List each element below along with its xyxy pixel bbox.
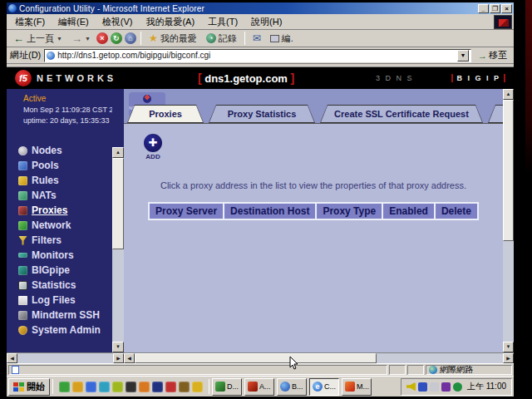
go-button[interactable]: → 移至 xyxy=(475,48,510,62)
sidebar-item-nodes[interactable]: Nodes xyxy=(12,143,112,158)
sidebar-scrollbar[interactable]: ▲ ▼ xyxy=(112,89,124,352)
menu-help[interactable]: 說明(H) xyxy=(245,14,288,30)
taskbar-window-button[interactable]: B... xyxy=(277,378,307,396)
col-destination-host[interactable]: Destination Host xyxy=(224,203,316,219)
tray-icon[interactable] xyxy=(418,382,427,392)
edit-button[interactable]: 編. xyxy=(267,32,297,46)
sidebar-item-statistics[interactable]: Statistics xyxy=(12,278,112,293)
sidebar-item-system-admin[interactable]: System Admin xyxy=(12,323,112,337)
sidebar-item-network[interactable]: Network xyxy=(12,218,112,233)
app-icon xyxy=(215,382,225,392)
ime-icon[interactable] xyxy=(441,382,451,392)
quick-launch-icon[interactable] xyxy=(72,382,83,392)
sidebar-item-monitors[interactable]: Monitors xyxy=(12,248,112,263)
forward-dropdown-icon[interactable]: ▼ xyxy=(85,36,91,42)
tab-install-ssl-certificate[interactable]: Install SSL Certifi xyxy=(488,105,503,123)
sidebar-item-rules[interactable]: Rules xyxy=(12,173,112,188)
forward-button[interactable]: → ▼ xyxy=(68,32,94,46)
refresh-icon[interactable]: ↻ xyxy=(111,32,122,44)
scroll-thumb[interactable] xyxy=(135,353,377,363)
stop-icon[interactable]: × xyxy=(96,32,108,44)
sidebar-item-mindterm-ssh[interactable]: Mindterm SSH xyxy=(12,308,112,323)
col-delete[interactable]: Delete xyxy=(435,203,478,219)
start-button[interactable]: 開始 xyxy=(8,378,50,396)
menu-view[interactable]: 檢視(V) xyxy=(96,14,139,30)
history-button[interactable]: ◔ 記錄 xyxy=(203,32,240,46)
tray-icon[interactable] xyxy=(453,382,462,392)
quick-launch-icon[interactable] xyxy=(152,382,163,392)
address-dropdown-icon[interactable]: ▼ xyxy=(457,50,469,62)
add-icon: ✚ xyxy=(144,134,162,152)
tab-band: NETWORK MAP Proxies Proxy Statistics Cre… xyxy=(124,89,503,124)
sidebar-item-bigpipe[interactable]: BIGpipe xyxy=(12,263,112,278)
close-button[interactable]: × xyxy=(501,4,512,13)
menu-bar: 檔案(F) 編輯(E) 檢視(V) 我的最愛(A) 工具(T) 說明(H) xyxy=(7,14,514,30)
video-artifact xyxy=(525,0,532,175)
zone-label: 網際網路 xyxy=(440,364,473,376)
menu-edit[interactable]: 編輯(E) xyxy=(52,14,95,30)
back-dropdown-icon[interactable]: ▼ xyxy=(57,36,62,42)
col-proxy-server[interactable]: Proxy Server xyxy=(149,203,224,219)
taskbar-window-button[interactable]: D... xyxy=(212,378,242,396)
sidebar-hscrollbar[interactable]: ◀ ▶ xyxy=(7,352,124,363)
quick-launch-icon[interactable] xyxy=(192,382,203,392)
taskbar-clock[interactable]: 上午 11:00 xyxy=(467,381,506,392)
back-button[interactable]: ← 上一頁 ▼ xyxy=(10,32,66,46)
add-proxy-button[interactable]: ✚ ADD xyxy=(144,134,162,160)
history-clock-icon: ◔ xyxy=(206,33,216,43)
scroll-down-icon[interactable]: ▼ xyxy=(112,342,124,352)
browser-toolbar: ← 上一頁 ▼ → ▼ × ↻ ⌂ ★ 我的最愛 ◔ 記錄 ✉ 編. xyxy=(7,30,514,47)
sidebar-item-log-files[interactable]: Log Files xyxy=(12,293,112,308)
main-content: NETWORK MAP Proxies Proxy Statistics Cre… xyxy=(124,89,503,352)
status-message-pane xyxy=(8,365,387,375)
menu-tools[interactable]: 工具(T) xyxy=(202,14,244,30)
favorites-button[interactable]: ★ 我的最愛 xyxy=(145,32,200,46)
taskbar-window-button-active[interactable]: eC... xyxy=(309,378,339,396)
scroll-thumb[interactable] xyxy=(503,100,514,241)
mail-button[interactable]: ✉ xyxy=(249,32,264,45)
tab-proxy-statistics[interactable]: Proxy Statistics xyxy=(209,105,315,123)
quick-launch-icon[interactable] xyxy=(112,382,123,392)
scroll-thumb[interactable] xyxy=(112,158,124,249)
ie-app-icon: e xyxy=(313,382,323,392)
home-icon[interactable]: ⌂ xyxy=(125,32,136,44)
quick-launch-icon[interactable] xyxy=(165,382,176,392)
sidebar-item-filters[interactable]: Filters xyxy=(12,233,112,248)
scroll-right-icon[interactable]: ▶ xyxy=(113,353,124,363)
menu-favorites[interactable]: 我的最愛(A) xyxy=(140,14,200,30)
quick-launch-icon[interactable] xyxy=(179,382,190,392)
maximize-button[interactable]: ❐ xyxy=(490,4,500,13)
content-scrollbar[interactable]: ▲ ▼ xyxy=(503,89,514,352)
minimize-button[interactable]: _ xyxy=(478,4,489,13)
sidebar-item-pools[interactable]: Pools xyxy=(12,158,112,173)
scroll-left-icon[interactable]: ◀ xyxy=(7,353,17,363)
quick-launch-icon[interactable] xyxy=(99,382,110,392)
quick-launch-icon[interactable] xyxy=(139,382,150,392)
taskbar-window-button[interactable]: A... xyxy=(244,378,274,396)
col-proxy-type[interactable]: Proxy Type xyxy=(316,203,382,219)
sidebar-item-nats[interactable]: NATs xyxy=(12,188,112,203)
quick-launch-icon[interactable] xyxy=(59,382,70,392)
sidebar-item-proxies[interactable]: Proxies xyxy=(12,203,112,218)
scroll-up-icon[interactable]: ▲ xyxy=(112,147,124,158)
tab-proxies[interactable]: Proxies xyxy=(127,105,204,123)
address-input[interactable] xyxy=(57,51,455,60)
quick-launch-icon[interactable] xyxy=(86,382,96,392)
app-icon xyxy=(248,382,258,392)
product-3dns-link[interactable]: 3 D N S xyxy=(376,74,414,82)
content-hscrollbar[interactable]: ◀ ▶ xyxy=(124,352,514,363)
col-enabled[interactable]: Enabled xyxy=(382,203,435,219)
volume-icon[interactable] xyxy=(406,382,416,392)
menu-file[interactable]: 檔案(F) xyxy=(9,14,51,30)
product-bigip-link[interactable]: B I G I P xyxy=(451,74,505,82)
quick-launch-icon[interactable] xyxy=(126,382,136,392)
scroll-up-icon[interactable]: ▲ xyxy=(503,89,514,100)
tray-icon[interactable] xyxy=(430,382,439,392)
taskbar-window-button[interactable]: M... xyxy=(342,378,372,396)
scroll-right-icon[interactable]: ▶ xyxy=(503,353,514,363)
mail-icon: ✉ xyxy=(253,32,261,44)
tab-create-ssl-certificate-request[interactable]: Create SSL Certificate Request xyxy=(320,105,483,123)
scroll-left-icon[interactable]: ◀ xyxy=(124,353,135,363)
scroll-down-icon[interactable]: ▼ xyxy=(503,342,514,352)
nodes-icon xyxy=(18,146,27,155)
